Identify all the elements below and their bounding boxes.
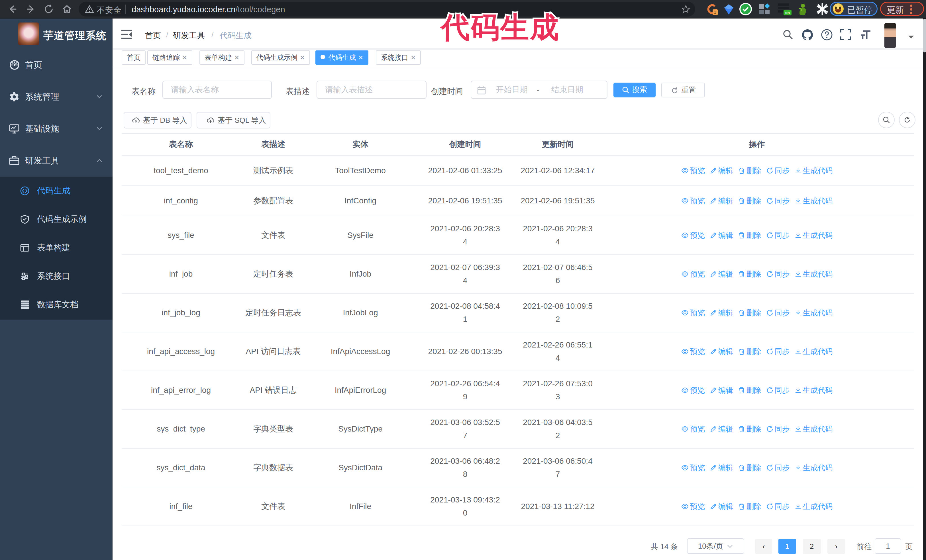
svg-text:on: on (785, 11, 790, 15)
svg-text:1: 1 (714, 10, 716, 15)
